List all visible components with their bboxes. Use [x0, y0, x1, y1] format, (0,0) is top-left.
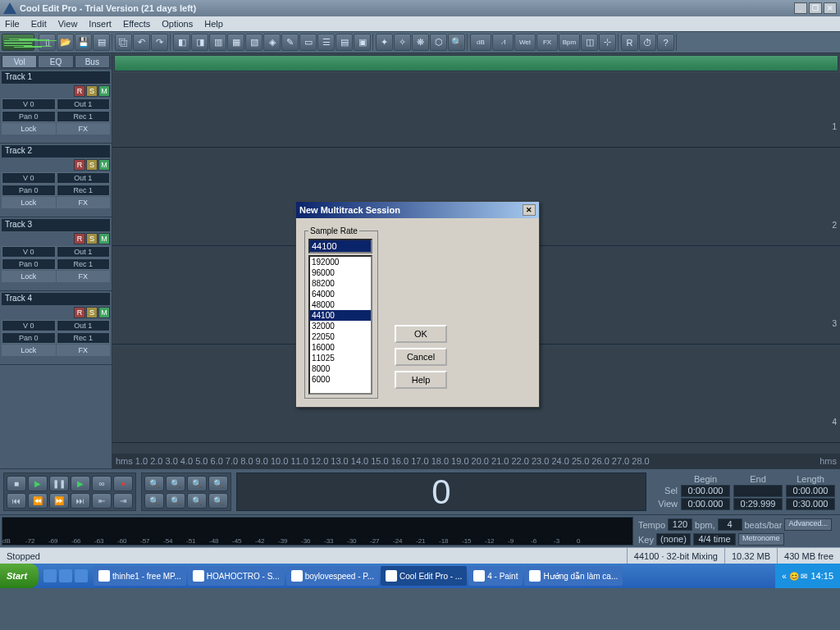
menu-view[interactable]: View: [58, 19, 78, 29]
next-marker-button[interactable]: ⇥: [113, 493, 133, 509]
menu-edit[interactable]: Edit: [31, 19, 47, 29]
output-cell[interactable]: Out 1: [57, 246, 111, 258]
lock-button[interactable]: Lock: [2, 345, 56, 356]
tool-icon[interactable]: 🔍: [448, 34, 465, 51]
tool-icon[interactable]: ✧: [394, 34, 411, 51]
rec-cell[interactable]: Rec 1: [57, 111, 111, 122]
time-ruler[interactable]: hms 1.0 2.0 3.0 4.0 5.0 6.0 7.0 8.0 9.0 …: [112, 454, 840, 468]
sample-rate-option[interactable]: 192000: [310, 257, 371, 267]
metronome-button[interactable]: Metronome: [738, 533, 784, 546]
prev-marker-button[interactable]: ⇤: [92, 493, 112, 509]
view-begin[interactable]: 0:00.000: [681, 498, 730, 510]
lock-button[interactable]: Lock: [2, 271, 56, 282]
sel-begin[interactable]: 0:00.000: [681, 485, 730, 497]
fx-button[interactable]: FX: [57, 197, 111, 208]
dialog-close-icon[interactable]: ✕: [523, 204, 536, 216]
db-icon[interactable]: dB: [470, 34, 491, 51]
solo-button[interactable]: S: [86, 233, 98, 244]
menu-help[interactable]: Help: [204, 19, 223, 29]
tool-icon[interactable]: ▭: [299, 34, 317, 51]
advanced-button[interactable]: Advanced...: [784, 518, 832, 531]
cancel-button[interactable]: Cancel: [395, 348, 447, 366]
tool-icon[interactable]: ⊹: [599, 34, 616, 51]
tool-icon[interactable]: ◧: [173, 34, 190, 51]
output-cell[interactable]: Out 1: [57, 320, 111, 331]
zoom-right-icon[interactable]: 🔍: [208, 493, 228, 509]
goto-end-button[interactable]: ⏭: [71, 493, 90, 509]
taskbar-item[interactable]: Hướng dẫn làm ca...: [524, 566, 623, 586]
output-cell[interactable]: Out 1: [57, 172, 111, 184]
zoom-out-icon[interactable]: 🔍: [166, 476, 185, 491]
volume-cell[interactable]: V 0: [2, 172, 56, 184]
mute-button[interactable]: M: [98, 85, 110, 97]
fx-button[interactable]: FX: [57, 271, 111, 282]
solo-button[interactable]: S: [86, 85, 98, 97]
zoom-full-icon[interactable]: 🔍: [187, 476, 207, 491]
ok-button[interactable]: OK: [395, 325, 447, 343]
view-length[interactable]: 0:30.000: [786, 498, 835, 510]
tab-vol[interactable]: Vol: [2, 55, 37, 68]
menu-insert[interactable]: Insert: [89, 19, 112, 29]
mute-button[interactable]: M: [98, 307, 110, 318]
sample-rate-option[interactable]: 64000: [310, 289, 371, 299]
menu-options[interactable]: Options: [162, 19, 193, 29]
system-tray[interactable]: « 😊 ✉ 14:15: [775, 564, 840, 588]
tab-eq[interactable]: EQ: [38, 55, 73, 68]
sample-rate-option[interactable]: 11025: [310, 353, 371, 363]
sample-rate-option[interactable]: 8000: [310, 363, 371, 374]
redo-icon[interactable]: ↷: [151, 34, 168, 51]
sample-rate-option[interactable]: 16000: [310, 342, 371, 353]
goto-start-button[interactable]: ⏮: [7, 493, 26, 509]
play-button[interactable]: ▶: [28, 476, 48, 491]
record-arm-button[interactable]: R: [74, 159, 85, 171]
mute-button[interactable]: M: [98, 233, 110, 244]
restore-button[interactable]: ❐: [809, 2, 822, 14]
minimize-button[interactable]: _: [794, 2, 807, 14]
solo-button[interactable]: S: [86, 159, 98, 171]
record-arm-button[interactable]: R: [74, 85, 85, 97]
env-icon[interactable]: ⩘: [492, 34, 514, 51]
menu-file[interactable]: File: [5, 19, 20, 29]
rec-cell[interactable]: Rec 1: [57, 332, 111, 344]
wet-icon[interactable]: Wet: [514, 34, 536, 51]
tool-icon[interactable]: ◈: [263, 34, 281, 51]
tool-icon[interactable]: ▥: [209, 34, 226, 51]
sample-rate-input[interactable]: 44100: [308, 239, 372, 253]
record-button[interactable]: ●: [113, 476, 133, 491]
tool-icon[interactable]: ✦: [376, 34, 393, 51]
sample-rate-option[interactable]: 6000: [310, 374, 371, 385]
sample-rate-option[interactable]: 32000: [310, 321, 371, 331]
desktop-icon[interactable]: [75, 569, 88, 582]
sample-rate-list[interactable]: 1920009600088200640004800044100320002205…: [308, 255, 372, 395]
loop-button[interactable]: ∞: [92, 476, 112, 491]
dialog-titlebar[interactable]: New Multitrack Session ✕: [296, 202, 539, 218]
copy-icon[interactable]: ⿻: [115, 34, 132, 51]
taskbar-item[interactable]: Cool Edit Pro - ...: [381, 566, 467, 586]
tool-icon[interactable]: ▧: [245, 34, 262, 51]
mute-button[interactable]: M: [98, 159, 110, 171]
help-icon[interactable]: ?: [657, 34, 674, 51]
close-button[interactable]: ✕: [824, 2, 837, 14]
track-name[interactable]: Track 1: [2, 71, 110, 84]
volume-cell[interactable]: V 0: [2, 246, 56, 258]
sample-rate-option[interactable]: 22050: [310, 331, 371, 342]
fx-button[interactable]: FX: [57, 123, 111, 135]
volume-cell[interactable]: V 0: [2, 320, 56, 331]
track-name[interactable]: Track 4: [2, 293, 110, 305]
rewind-button[interactable]: ⏪: [28, 493, 48, 509]
zoom-in-icon[interactable]: 🔍: [144, 476, 164, 491]
zoom-sel-icon[interactable]: 🔍: [208, 476, 228, 491]
open-file-icon[interactable]: 📂: [57, 34, 74, 51]
volume-cell[interactable]: V 0: [2, 98, 56, 110]
rec-cell[interactable]: Rec 1: [57, 258, 111, 270]
zoom-in-v-icon[interactable]: 🔍: [144, 493, 164, 509]
undo-icon[interactable]: ↶: [133, 34, 150, 51]
tab-bus[interactable]: Bus: [75, 55, 110, 68]
start-button[interactable]: Start: [0, 564, 39, 588]
fx-icon[interactable]: FX: [536, 34, 558, 51]
track-name[interactable]: Track 2: [2, 145, 110, 158]
save-file-icon[interactable]: 💾: [75, 34, 92, 51]
record-arm-button[interactable]: R: [74, 233, 85, 244]
timesig-select[interactable]: 4/4 time: [693, 533, 736, 546]
new-file-icon[interactable]: ▯: [39, 34, 56, 51]
